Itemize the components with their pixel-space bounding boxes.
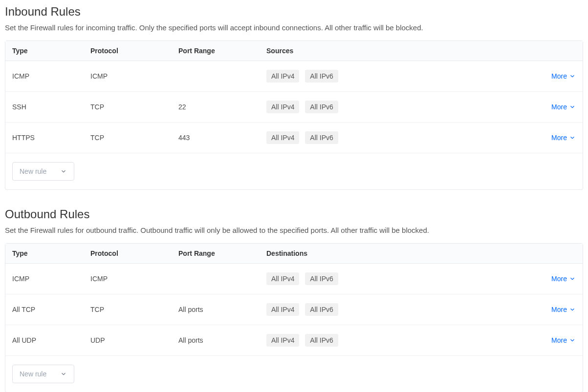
- cell-sources: All IPv4 All IPv6: [266, 101, 537, 113]
- cell-port: All ports: [178, 306, 266, 313]
- destination-tag[interactable]: All IPv6: [305, 272, 338, 285]
- table-row: ICMP ICMP All IPv4 All IPv6 More: [5, 61, 583, 92]
- more-button[interactable]: More: [551, 134, 576, 142]
- inbound-footer: New rule: [5, 153, 583, 189]
- source-tag[interactable]: All IPv4: [266, 131, 299, 144]
- source-tag[interactable]: All IPv6: [305, 101, 338, 113]
- destination-tag[interactable]: All IPv4: [266, 272, 299, 285]
- source-tag[interactable]: All IPv6: [305, 70, 338, 83]
- cell-port: 443: [178, 134, 266, 142]
- destination-tag[interactable]: All IPv4: [266, 334, 299, 347]
- chevron-down-icon: [569, 306, 576, 313]
- more-label: More: [551, 336, 567, 344]
- cell-type: HTTPS: [12, 134, 90, 142]
- cell-type: SSH: [12, 103, 90, 111]
- cell-protocol: UDP: [90, 336, 178, 344]
- source-tag[interactable]: All IPv4: [266, 101, 299, 113]
- chevron-down-icon: [569, 337, 576, 344]
- cell-port: All ports: [178, 336, 266, 344]
- cell-type: ICMP: [12, 275, 90, 283]
- cell-sources: All IPv4 All IPv6: [266, 131, 537, 144]
- more-button[interactable]: More: [551, 306, 576, 313]
- table-row: HTTPS TCP 443 All IPv4 All IPv6 More: [5, 123, 583, 153]
- more-button[interactable]: More: [551, 72, 576, 80]
- cell-protocol: TCP: [90, 306, 178, 313]
- cell-type: All UDP: [12, 336, 90, 344]
- outbound-description: Set the Firewall rules for outbound traf…: [5, 226, 583, 234]
- outbound-table-header: Type Protocol Port Range Destinations: [5, 244, 583, 264]
- chevron-down-icon: [569, 73, 576, 80]
- chevron-down-icon: [569, 275, 576, 282]
- destination-tag[interactable]: All IPv6: [305, 334, 338, 347]
- cell-port: 22: [178, 103, 266, 111]
- new-rule-label: New rule: [20, 370, 46, 378]
- cell-protocol: TCP: [90, 134, 178, 142]
- chevron-down-icon: [60, 168, 67, 175]
- cell-destinations: All IPv4 All IPv6: [266, 303, 537, 316]
- header-port-range: Port Range: [178, 249, 266, 257]
- new-rule-label: New rule: [20, 167, 46, 175]
- cell-destinations: All IPv4 All IPv6: [266, 272, 537, 285]
- more-button[interactable]: More: [551, 103, 576, 111]
- header-sources: Sources: [266, 47, 537, 55]
- outbound-footer: New rule: [5, 356, 583, 392]
- chevron-down-icon: [569, 103, 576, 110]
- more-label: More: [551, 72, 567, 80]
- more-button[interactable]: More: [551, 336, 576, 344]
- new-rule-dropdown[interactable]: New rule: [12, 365, 74, 383]
- new-rule-dropdown[interactable]: New rule: [12, 162, 74, 181]
- chevron-down-icon: [569, 134, 576, 141]
- cell-protocol: ICMP: [90, 72, 178, 80]
- inbound-description: Set the Firewall rules for incoming traf…: [5, 23, 583, 32]
- source-tag[interactable]: All IPv4: [266, 70, 299, 83]
- more-label: More: [551, 306, 567, 313]
- table-row: All UDP UDP All ports All IPv4 All IPv6 …: [5, 325, 583, 356]
- destination-tag[interactable]: All IPv6: [305, 303, 338, 316]
- header-port-range: Port Range: [178, 47, 266, 55]
- header-protocol: Protocol: [90, 249, 178, 257]
- more-button[interactable]: More: [551, 275, 576, 283]
- chevron-down-icon: [60, 371, 67, 377]
- outbound-table: Type Protocol Port Range Destinations IC…: [5, 243, 583, 392]
- table-row: All TCP TCP All ports All IPv4 All IPv6 …: [5, 294, 583, 325]
- cell-protocol: TCP: [90, 103, 178, 111]
- header-destinations: Destinations: [266, 249, 537, 257]
- cell-protocol: ICMP: [90, 275, 178, 283]
- destination-tag[interactable]: All IPv4: [266, 303, 299, 316]
- header-type: Type: [12, 47, 90, 55]
- more-label: More: [551, 134, 567, 142]
- table-row: ICMP ICMP All IPv4 All IPv6 More: [5, 264, 583, 294]
- table-row: SSH TCP 22 All IPv4 All IPv6 More: [5, 92, 583, 123]
- more-label: More: [551, 275, 567, 283]
- more-label: More: [551, 103, 567, 111]
- inbound-title: Inbound Rules: [5, 5, 583, 19]
- inbound-table: Type Protocol Port Range Sources ICMP IC…: [5, 41, 583, 190]
- cell-type: ICMP: [12, 72, 90, 80]
- cell-type: All TCP: [12, 306, 90, 313]
- cell-destinations: All IPv4 All IPv6: [266, 334, 537, 347]
- header-type: Type: [12, 249, 90, 257]
- header-protocol: Protocol: [90, 47, 178, 55]
- outbound-title: Outbound Rules: [5, 207, 583, 221]
- inbound-table-header: Type Protocol Port Range Sources: [5, 41, 583, 61]
- cell-sources: All IPv4 All IPv6: [266, 70, 537, 83]
- source-tag[interactable]: All IPv6: [305, 131, 338, 144]
